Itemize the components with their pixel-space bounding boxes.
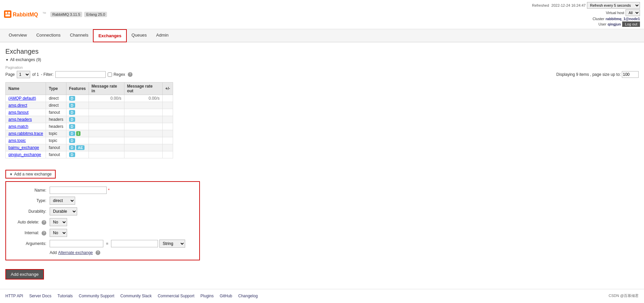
regex-help-icon[interactable]: ? [128,72,132,77]
type-select[interactable]: direct fanout headers topic [50,197,75,205]
svg-rect-2 [8,12,10,14]
cell-rate-out [124,137,162,144]
col-features: Features [66,83,89,95]
cell-plusminus [162,123,173,130]
col-rate-in: Message rate in [89,83,124,95]
footer-link-community-slack[interactable]: Community Slack [120,294,152,298]
alt-exchange-help-icon[interactable]: ? [96,250,100,255]
page-label: Page [5,72,15,77]
table-row[interactable]: amq.headersheadersD [6,116,173,123]
form-row-durability: Durability: Durable Transient [13,207,193,215]
cell-type: topic [46,137,66,144]
cell-rate-in [89,102,124,109]
refresh-select[interactable]: Refresh every 5 seconds Refresh every 10… [587,2,640,9]
cell-type: fanout [46,109,66,116]
table-row[interactable]: baimu_exchangefanoutD AE [6,144,173,151]
add-exchange-form: Name: * Type: direct fanout headers topi… [5,181,200,260]
cell-rate-out [124,123,162,130]
args-val-input[interactable] [111,240,158,247]
durability-select[interactable]: Durable Transient [50,207,77,215]
exchange-name-link[interactable]: amq.direct [8,103,27,108]
exchange-name-link[interactable]: amq.topic [8,138,26,143]
cell-rate-in [89,116,124,123]
exchange-name-link[interactable]: amq.fanout [8,110,29,115]
durability-label: Durability: [13,209,50,214]
internal-select[interactable]: No Yes [50,229,67,237]
cell-rate-in [89,137,124,144]
cluster-row: Cluster rabbitmq_1@node1 [532,17,640,21]
exchange-name-link[interactable]: amq.match [8,124,28,129]
cell-plusminus [162,130,173,137]
pagination-label: Pagination [5,65,639,69]
nav-item-queues[interactable]: Queues [127,29,152,42]
name-input[interactable] [50,187,107,194]
exchange-name-link[interactable]: qingjun_exchange [8,152,41,157]
cell-plusminus [162,95,173,102]
cell-plusminus [162,109,173,116]
table-row[interactable]: amq.fanoutfanoutD [6,109,173,116]
vhost-row: Virtual host All [532,9,640,16]
footer-link-http-api[interactable]: HTTP API [5,294,23,298]
nav-item-channels[interactable]: Channels [65,29,93,42]
cell-rate-out [124,109,162,116]
table-row[interactable]: amq.topictopicD [6,137,173,144]
exchange-name-link[interactable]: baimu_exchange [8,145,39,150]
add-exchange-button[interactable]: Add exchange [5,269,44,280]
main-content: Exchanges All exchanges (9) Pagination P… [0,42,644,282]
main-nav: Overview Connections Channels Exchanges … [0,29,644,42]
arguments-label: Arguments: [13,241,50,246]
internal-help-icon[interactable]: ? [42,231,46,236]
cell-features: D [66,123,89,130]
footer-link-tutorials[interactable]: Tutorials [57,294,73,298]
nav-item-exchanges[interactable]: Exchanges [93,29,127,42]
user-row: User qingjun Log out [532,21,640,27]
table-row[interactable]: amq.directdirectD [6,102,173,109]
autodelete-help-icon[interactable]: ? [42,220,46,225]
cell-features: D AE [66,144,89,151]
autodelete-select[interactable]: No Yes [50,218,67,226]
filter-input[interactable] [55,71,106,78]
table-row[interactable]: amq.rabbitmq.tracetopicD I [6,130,173,137]
feature-badge-d: D [69,103,75,108]
cell-plusminus [162,144,173,151]
cell-rate-in: 0.00/s [89,95,124,102]
feature-badge-d: D [69,131,75,136]
nav-item-admin[interactable]: Admin [152,29,173,42]
logout-button[interactable]: Log out [622,21,640,27]
user-label: User [598,22,606,26]
page-select[interactable]: 1 [17,71,30,78]
top-bar: RabbitMQ TM RabbitMQ 3.11.5 Erlang 25.0 … [0,0,644,29]
args-key-input[interactable] [50,240,103,247]
args-type-select[interactable]: String Number Boolean [159,240,185,248]
page-size-input[interactable] [622,71,639,78]
exchange-name-link[interactable]: amq.rabbitmq.trace [8,131,43,136]
exchange-name-link[interactable]: amq.headers [8,117,32,122]
cell-name: qingjun_exchange [6,151,46,158]
cell-type: direct [46,95,66,102]
vhost-select[interactable]: All [626,9,640,16]
exchange-name-link[interactable]: (AMQP default) [8,96,36,101]
regex-checkbox[interactable] [108,72,112,77]
footer-link-plugins[interactable]: Plugins [201,294,214,298]
table-row[interactable]: (AMQP default)directD 0.00/s0.00/s [6,95,173,102]
footer-link-commercial-support[interactable]: Commercial Support [158,294,194,298]
footer-link-server-docs[interactable]: Server Docs [29,294,51,298]
feature-badge-d: D [69,110,75,115]
footer-link-github[interactable]: GitHub [220,294,232,298]
nav-item-connections[interactable]: Connections [32,29,65,42]
table-row[interactable]: qingjun_exchangefanoutD [6,151,173,158]
regex-label[interactable]: Regex ? [108,72,132,77]
cell-rate-out [124,151,162,158]
table-row[interactable]: amq.matchheadersD [6,123,173,130]
cell-type: fanout [46,151,66,158]
alt-exchange-link[interactable]: Alternate exchange [58,250,93,255]
form-row-internal: Internal: ? No Yes [13,229,193,237]
footer-link-changelog[interactable]: Changelog [238,294,258,298]
add-exchange-toggle[interactable]: Add a new exchange [5,170,56,179]
all-exchanges-toggle[interactable]: All exchanges (9) [5,57,639,62]
footer-link-community-support[interactable]: Community Support [79,294,114,298]
cell-rate-out [124,102,162,109]
nav-item-overview[interactable]: Overview [4,29,32,42]
erlang-version: Erlang 25.0 [84,12,107,17]
form-row-arguments: Arguments: = String Number Boolean [13,240,193,248]
